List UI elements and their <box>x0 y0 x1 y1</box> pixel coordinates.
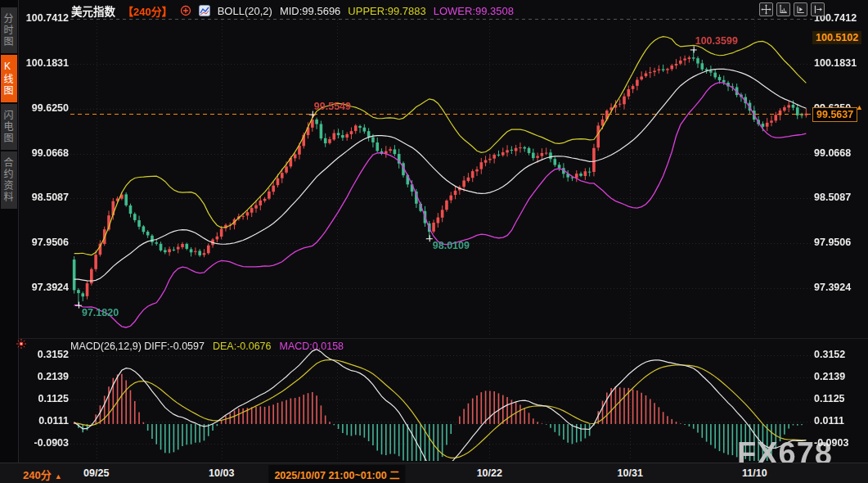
crosshair-move-icon <box>761 4 771 15</box>
x-axis-date: 10/03 <box>209 467 234 479</box>
scale-tool-button[interactable] <box>776 2 790 16</box>
main-chart-header: 美元指数 【240分】 BOLL(20,2) MID:99.5696 UPPER… <box>71 2 514 19</box>
session-high-badge: 100.5102 <box>812 31 861 44</box>
pan-tool-button[interactable] <box>759 2 773 16</box>
sidebar-item-flash-chart[interactable]: 闪电图 <box>1 104 17 150</box>
chart-toolbar <box>759 2 825 16</box>
period-label[interactable]: 【240分】 <box>123 3 173 19</box>
dea-value: DEA:-0.0676 <box>213 341 272 352</box>
x-axis-date: 10/31 <box>618 467 643 479</box>
axis-scale-icon <box>778 4 789 15</box>
boll-mid-value: MID:99.5696 <box>280 5 340 17</box>
macd-value: MACD:0.0158 <box>280 341 344 352</box>
add-indicator-icon[interactable] <box>180 5 191 16</box>
panel-divider <box>18 338 868 339</box>
macd-param-diff-value: MACD(26,12,9) DIFF:-0.0597 <box>70 341 205 352</box>
x-axis-date: 09/25 <box>83 467 109 479</box>
sidebar-item-contract-info[interactable]: 合约资料 <box>1 151 17 209</box>
playback-tool-button[interactable] <box>794 2 807 16</box>
exit-panel-icon <box>812 4 823 15</box>
period-selector[interactable]: 240分▲ <box>23 467 62 482</box>
sidebar: 分时图K线图闪电图合约资料 <box>0 0 19 463</box>
sidebar-items: 分时图K线图闪电图合约资料 <box>0 7 18 209</box>
kline-style-icon[interactable] <box>199 5 210 16</box>
exit-tool-button[interactable] <box>811 2 825 16</box>
sidebar-item-kline-chart[interactable]: K线图 <box>1 55 17 102</box>
x-axis-date: 10/22 <box>477 467 502 479</box>
symbol-title: 美元指数 <box>71 2 115 19</box>
boll-lower-value: LOWER:99.3508 <box>434 5 514 17</box>
macd-header: MACD(26,12,9) DIFF:-0.0597 DEA:-0.0676 M… <box>70 341 344 352</box>
trading-app: 分时图K线图闪电图合约资料 美元指数 【240分】 BOLL(20,2) MID… <box>0 0 868 483</box>
period-arrow-icon: ▲ <box>55 472 62 481</box>
x-axis-date: 11/10 <box>742 467 767 479</box>
boll-label: BOLL(20,2) <box>218 5 272 17</box>
period-selector-label: 240分 <box>23 469 52 481</box>
chart-canvas[interactable] <box>0 0 868 483</box>
live-alert-icon <box>16 338 27 350</box>
sidebar-item-time-share-chart[interactable]: 分时图 <box>1 7 17 53</box>
axis-play-icon <box>795 4 806 15</box>
boll-upper-value: UPPER:99.7883 <box>348 5 425 17</box>
last-price-badge: 99.5637 <box>812 107 857 122</box>
bottom-bar: 240分▲ 2025/10/07 21:00~01:00 二 09/2510/0… <box>0 463 868 483</box>
price-up-arrow-icon: ▲ <box>856 103 863 111</box>
crosshair-date-box: 2025/10/07 21:00~01:00 二 <box>268 465 405 483</box>
